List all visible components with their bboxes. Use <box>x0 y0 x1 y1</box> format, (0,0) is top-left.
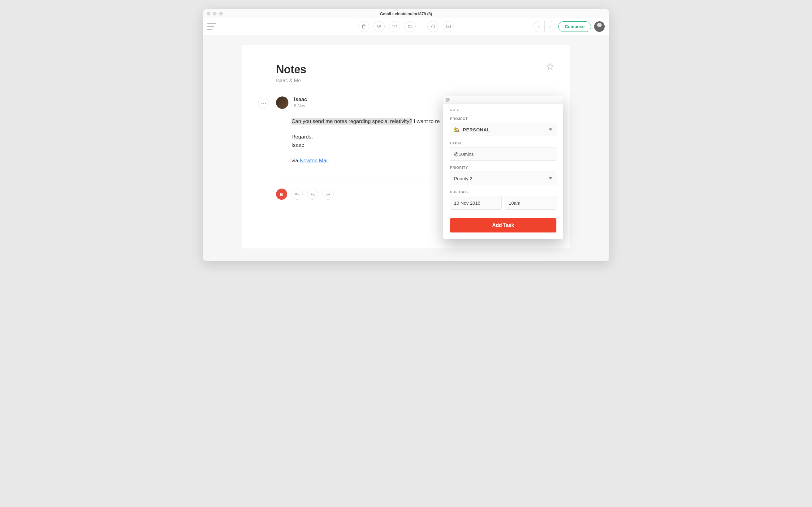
envelope-icon <box>446 24 451 29</box>
popup-titlebar <box>443 96 563 104</box>
toolbar: Compose <box>203 18 609 35</box>
label-value: @10mins <box>454 152 474 157</box>
clock-icon <box>430 24 436 29</box>
app-window: Gmail • einsteinulm1879 (8) <box>203 9 609 261</box>
account-avatar[interactable] <box>594 21 605 32</box>
reply-all-button[interactable] <box>292 188 303 200</box>
star-button[interactable] <box>546 62 555 72</box>
body-rest: I want to re <box>412 118 440 124</box>
due-date-label: DUE DATE <box>450 190 556 194</box>
chevron-down-icon <box>549 127 552 132</box>
due-date-row: 10 Nov 2016 10am <box>450 196 556 210</box>
svg-point-5 <box>265 103 266 104</box>
due-time-value: 10am <box>509 200 520 206</box>
popup-more-button[interactable] <box>450 109 556 111</box>
mac-titlebar: Gmail • einsteinulm1879 (8) <box>203 9 609 18</box>
my-avatar-badge: E <box>276 188 287 200</box>
toolbar-spacer <box>420 21 423 32</box>
chevron-down-icon <box>549 176 552 181</box>
archive-button[interactable] <box>389 21 400 32</box>
reply-icon <box>310 192 315 197</box>
sender-avatar <box>276 97 289 109</box>
via-link[interactable]: Newton Mail <box>300 158 328 164</box>
stage: Notes Isaac & Me Isaac 8 Nov Can you sen… <box>203 35 609 261</box>
close-icon <box>447 99 449 101</box>
delete-button[interactable] <box>358 21 369 32</box>
project-label: PROJECT <box>450 117 556 121</box>
add-task-button[interactable]: Add Task <box>450 218 556 232</box>
priority-select[interactable]: Priority 2 <box>450 172 556 185</box>
svg-point-3 <box>261 103 262 104</box>
star-icon <box>546 62 555 71</box>
chevron-right-icon <box>548 25 551 28</box>
svg-rect-2 <box>447 25 451 28</box>
label-input[interactable]: @10mins <box>450 147 556 161</box>
project-icon: 🏡 <box>454 127 460 132</box>
prev-button[interactable] <box>534 21 544 32</box>
snooze-button[interactable] <box>427 21 439 32</box>
thumbs-down-button[interactable] <box>373 21 385 32</box>
sender-name: Isaac <box>294 97 307 103</box>
sender-meta: Isaac 8 Nov <box>294 97 307 108</box>
reply-all-icon <box>295 192 300 197</box>
label-label: LABEL <box>450 141 556 145</box>
add-task-popup: PROJECT 🏡 PERSONAL LABEL @10mins PRIORIT… <box>443 96 563 239</box>
priority-value: Priority 2 <box>454 176 472 181</box>
svg-point-4 <box>263 103 264 104</box>
sender-date: 8 Nov <box>294 103 307 108</box>
thumbs-down-icon <box>376 24 382 29</box>
next-button[interactable] <box>544 21 555 32</box>
forward-button[interactable] <box>322 188 334 200</box>
archive-icon <box>392 24 397 29</box>
message-more-button[interactable] <box>258 98 269 109</box>
popup-body: PROJECT 🏡 PERSONAL LABEL @10mins PRIORIT… <box>443 104 563 239</box>
due-time-input[interactable]: 10am <box>505 196 556 210</box>
compose-button[interactable]: Compose <box>558 21 591 32</box>
nav-prev-next <box>534 21 555 32</box>
due-date-input[interactable]: 10 Nov 2016 <box>450 196 502 210</box>
mark-unread-button[interactable] <box>443 21 454 32</box>
dots-horizontal-icon <box>261 103 266 104</box>
selected-text: Can you send me notes regarding special … <box>292 118 412 125</box>
priority-label: PRIORITY <box>450 166 556 169</box>
folder-icon <box>408 24 413 29</box>
project-select[interactable]: 🏡 PERSONAL <box>450 123 556 136</box>
svg-rect-0 <box>393 25 397 26</box>
reply-button[interactable] <box>307 188 318 200</box>
project-value: PERSONAL <box>463 127 490 132</box>
forward-icon <box>325 192 331 197</box>
chevron-left-icon <box>538 25 541 28</box>
email-subject: Notes <box>276 63 536 76</box>
move-to-folder-button[interactable] <box>404 21 416 32</box>
window-title: Gmail • einsteinulm1879 (8) <box>203 11 609 16</box>
participants: Isaac & Me <box>276 78 536 83</box>
popup-close-button[interactable] <box>446 98 450 102</box>
trash-icon <box>361 24 366 29</box>
due-date-value: 10 Nov 2016 <box>454 200 480 206</box>
via-prefix: via <box>292 158 300 164</box>
